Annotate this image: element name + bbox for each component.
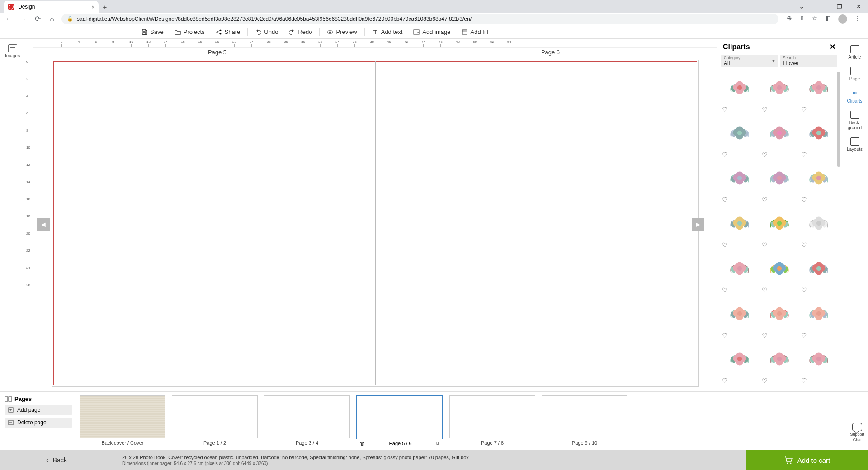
clipart-thumb[interactable] <box>761 343 798 376</box>
home-icon[interactable]: ⌂ <box>47 15 57 23</box>
right-rail-background[interactable]: Back- ground <box>841 107 868 134</box>
projects-button[interactable]: Projects <box>169 25 210 39</box>
clipart-thumb[interactable] <box>761 207 798 240</box>
page-thumb[interactable]: Page 1 / 2 <box>172 395 258 448</box>
bookmark-icon[interactable]: ☆ <box>812 14 818 24</box>
favorite-icon[interactable]: ♡ <box>721 150 758 160</box>
favorite-icon[interactable]: ♡ <box>800 240 837 250</box>
page-thumb[interactable]: Page 3 / 4 <box>264 395 350 448</box>
favorite-icon[interactable]: ♡ <box>721 240 758 250</box>
preview-button[interactable]: Preview <box>321 25 362 39</box>
left-rail-images[interactable]: Images <box>0 42 25 61</box>
clipart-thumb[interactable] <box>721 117 758 150</box>
clipart-item[interactable]: ♡ <box>800 207 837 250</box>
clipart-item[interactable]: ♡ <box>721 117 758 160</box>
favorite-icon[interactable]: ♡ <box>721 376 758 385</box>
clipart-thumb[interactable] <box>721 253 758 285</box>
favorite-icon[interactable]: ♡ <box>721 330 758 340</box>
clipart-item[interactable]: ♡ <box>721 343 758 385</box>
redo-button[interactable]: Redo <box>283 25 317 39</box>
clipart-item[interactable]: ♡ <box>800 72 837 114</box>
clipart-item[interactable]: ♡ <box>721 298 758 340</box>
page-thumbs[interactable]: Back cover / Cover Page 1 / 2 Page 3 / 4… <box>77 392 868 450</box>
right-rail-page[interactable]: Page <box>841 63 868 85</box>
add-to-cart-button[interactable]: Add to cart <box>746 450 868 470</box>
maximize-icon[interactable]: ❐ <box>830 0 849 13</box>
page-thumb[interactable]: Page 7 / 8 <box>449 395 535 448</box>
clipart-thumb[interactable] <box>761 253 798 285</box>
clipart-item[interactable]: ♡ <box>800 343 837 385</box>
clipart-thumb[interactable] <box>721 162 758 195</box>
clipart-item[interactable]: ♡ <box>721 253 758 295</box>
share-button[interactable]: Share <box>210 25 246 39</box>
right-rail-cliparts[interactable]: ⚭Cliparts <box>841 85 868 107</box>
right-rail-article[interactable]: Article <box>841 42 868 63</box>
clipart-item[interactable]: ♡ <box>800 253 837 295</box>
favorite-icon[interactable]: ♡ <box>761 376 798 385</box>
add-text-button[interactable]: +Add text <box>367 25 408 39</box>
close-panel-icon[interactable]: ✕ <box>830 42 835 51</box>
favorite-icon[interactable]: ♡ <box>761 195 798 205</box>
clipart-item[interactable]: ♡ <box>761 253 798 295</box>
save-button[interactable]: Save <box>136 25 169 39</box>
clipart-thumb[interactable] <box>800 72 837 104</box>
back-button[interactable]: ‹ Back <box>0 450 113 470</box>
favorite-icon[interactable]: ♡ <box>800 195 837 205</box>
trash-icon[interactable]: 🗑 <box>360 441 365 446</box>
add-image-button[interactable]: Add image <box>408 25 456 39</box>
nav-forward-icon[interactable]: → <box>18 15 28 23</box>
profile-icon[interactable] <box>838 14 847 24</box>
right-rail-layouts[interactable]: Layouts <box>841 134 868 155</box>
add-fill-button[interactable]: Add fill <box>456 25 494 39</box>
clipart-thumb[interactable] <box>800 162 837 195</box>
clipart-item[interactable]: ♡ <box>721 72 758 114</box>
favorite-icon[interactable]: ♡ <box>761 285 798 295</box>
favorite-icon[interactable]: ♡ <box>761 150 798 160</box>
sidepanel-icon[interactable]: ◧ <box>825 14 831 24</box>
browser-tab[interactable]: Design × <box>4 1 99 13</box>
page-thumb[interactable]: Page 9 / 10 <box>542 395 627 448</box>
tab-close-icon[interactable]: × <box>91 4 95 10</box>
clipart-thumb[interactable] <box>800 298 837 330</box>
search-input[interactable]: Search Flower <box>780 55 838 67</box>
clipart-thumb[interactable] <box>800 117 837 150</box>
duplicate-icon[interactable]: ⧉ <box>436 440 439 446</box>
category-dropdown[interactable]: Category All ▼ <box>721 55 778 67</box>
clipart-thumb[interactable] <box>761 298 798 330</box>
clipart-item[interactable]: ♡ <box>761 207 798 250</box>
spread[interactable] <box>52 60 699 387</box>
new-tab-button[interactable]: + <box>99 1 111 13</box>
clipart-thumb[interactable] <box>721 343 758 376</box>
clipart-item[interactable]: ♡ <box>721 162 758 205</box>
favorite-icon[interactable]: ♡ <box>800 330 837 340</box>
clipart-thumb[interactable] <box>761 162 798 195</box>
minimize-icon[interactable]: — <box>811 0 830 13</box>
favorite-icon[interactable]: ♡ <box>721 285 758 295</box>
reload-icon[interactable]: ⟳ <box>33 14 42 23</box>
page-thumb[interactable]: 🗑 Page 5 / 6 ⧉ <box>356 395 443 448</box>
clipart-thumb[interactable] <box>800 253 837 285</box>
clipart-item[interactable]: ♡ <box>761 162 798 205</box>
url-field[interactable]: 🔒 saal-digital.eu/WebshopClient/#/Design… <box>61 14 778 24</box>
favorite-icon[interactable]: ♡ <box>761 330 798 340</box>
clipart-thumb[interactable] <box>800 343 837 376</box>
favorite-icon[interactable]: ♡ <box>800 150 837 160</box>
clipart-item[interactable]: ♡ <box>721 207 758 250</box>
clipart-thumb[interactable] <box>800 207 837 240</box>
clipart-item[interactable]: ♡ <box>761 298 798 340</box>
zoom-icon[interactable]: ⊕ <box>787 14 792 24</box>
kebab-menu-icon[interactable]: ⋮ <box>854 14 861 24</box>
share-url-icon[interactable]: ⇪ <box>799 14 805 24</box>
favorite-icon[interactable]: ♡ <box>761 104 798 114</box>
close-window-icon[interactable]: ✕ <box>849 0 868 13</box>
chevron-down-icon[interactable]: ⌄ <box>792 0 811 13</box>
clipart-item[interactable]: ♡ <box>761 72 798 114</box>
cliparts-grid[interactable]: ♡ ♡ ♡ <box>717 70 841 391</box>
clipart-item[interactable]: ♡ <box>761 343 798 385</box>
favorite-icon[interactable]: ♡ <box>721 104 758 114</box>
clipart-thumb[interactable] <box>721 72 758 104</box>
favorite-icon[interactable]: ♡ <box>761 240 798 250</box>
add-page-button[interactable]: Add page <box>5 405 72 415</box>
nav-back-icon[interactable]: ← <box>4 15 14 23</box>
undo-button[interactable]: Undo <box>250 25 283 39</box>
